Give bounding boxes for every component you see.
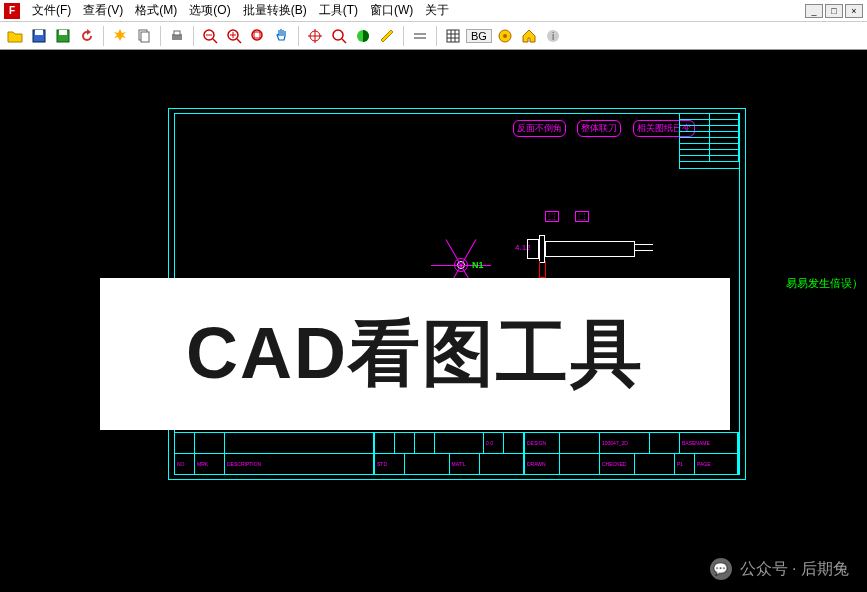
svg-point-31 bbox=[503, 34, 507, 38]
note-box-2: 整体联刀 bbox=[577, 120, 621, 137]
open-icon[interactable] bbox=[4, 25, 26, 47]
menu-batch[interactable]: 批量转换(B) bbox=[237, 2, 313, 19]
minimize-button[interactable]: _ bbox=[805, 4, 823, 18]
n1-label: N1 bbox=[472, 260, 484, 270]
save-icon[interactable] bbox=[28, 25, 50, 47]
overlay-banner: CAD看图工具 bbox=[100, 278, 730, 430]
line-icon[interactable] bbox=[409, 25, 431, 47]
svg-rect-5 bbox=[141, 32, 149, 42]
measure-icon[interactable] bbox=[376, 25, 398, 47]
menu-format[interactable]: 格式(M) bbox=[129, 2, 183, 19]
title-table: NO.MRKDESCRIPTION 0.0 STDMAT'L DESIGN 10… bbox=[175, 432, 739, 474]
menu-window[interactable]: 窗口(W) bbox=[364, 2, 419, 19]
grid-icon[interactable] bbox=[442, 25, 464, 47]
zoom-in-icon[interactable] bbox=[223, 25, 245, 47]
svg-rect-1 bbox=[35, 30, 43, 35]
svg-line-21 bbox=[342, 39, 346, 43]
zoom-out-icon[interactable] bbox=[199, 25, 221, 47]
menu-options[interactable]: 选项(O) bbox=[183, 2, 236, 19]
drawing-canvas[interactable]: 反面不倒角 整体联刀 相关图纸已变 bbox=[0, 50, 867, 592]
zoom-fit-icon[interactable] bbox=[247, 25, 269, 47]
refresh-icon[interactable] bbox=[76, 25, 98, 47]
side-annotation: 易易发生倍误） bbox=[786, 276, 863, 291]
pan-icon[interactable] bbox=[271, 25, 293, 47]
title-block bbox=[679, 114, 739, 169]
home-icon[interactable] bbox=[518, 25, 540, 47]
copy-icon[interactable] bbox=[133, 25, 155, 47]
maximize-button[interactable]: □ bbox=[825, 4, 843, 18]
explode-icon[interactable] bbox=[109, 25, 131, 47]
region-icon[interactable] bbox=[352, 25, 374, 47]
svg-text:i: i bbox=[552, 31, 554, 42]
info-icon[interactable]: i bbox=[542, 25, 564, 47]
svg-rect-7 bbox=[174, 31, 180, 35]
bg-toggle[interactable]: BG bbox=[466, 29, 492, 43]
watermark: 💬 公众号 · 后期兔 bbox=[710, 558, 849, 580]
svg-point-20 bbox=[333, 30, 343, 40]
menu-view[interactable]: 查看(V) bbox=[77, 2, 129, 19]
svg-line-9 bbox=[213, 39, 217, 43]
print-icon[interactable] bbox=[166, 25, 188, 47]
menu-bar: F 文件(F) 查看(V) 格式(M) 选项(O) 批量转换(B) 工具(T) … bbox=[0, 0, 867, 22]
svg-rect-3 bbox=[59, 30, 67, 35]
wechat-icon: 💬 bbox=[710, 558, 732, 580]
svg-rect-25 bbox=[447, 30, 459, 42]
menu-tools[interactable]: 工具(T) bbox=[313, 2, 364, 19]
saveas-icon[interactable] bbox=[52, 25, 74, 47]
watermark-text: 公众号 · 后期兔 bbox=[740, 559, 849, 580]
toolbar: BG i bbox=[0, 22, 867, 50]
banner-text: CAD看图工具 bbox=[186, 306, 644, 402]
note-box-1: 反面不倒角 bbox=[513, 120, 566, 137]
close-button[interactable]: × bbox=[845, 4, 863, 18]
app-icon: F bbox=[4, 3, 20, 19]
svg-line-12 bbox=[237, 39, 241, 43]
layer-icon[interactable] bbox=[494, 25, 516, 47]
svg-rect-16 bbox=[254, 32, 260, 38]
zoom-window-icon[interactable] bbox=[328, 25, 350, 47]
menu-file[interactable]: 文件(F) bbox=[26, 2, 77, 19]
target-icon[interactable] bbox=[304, 25, 326, 47]
menu-about[interactable]: 关于 bbox=[419, 2, 455, 19]
